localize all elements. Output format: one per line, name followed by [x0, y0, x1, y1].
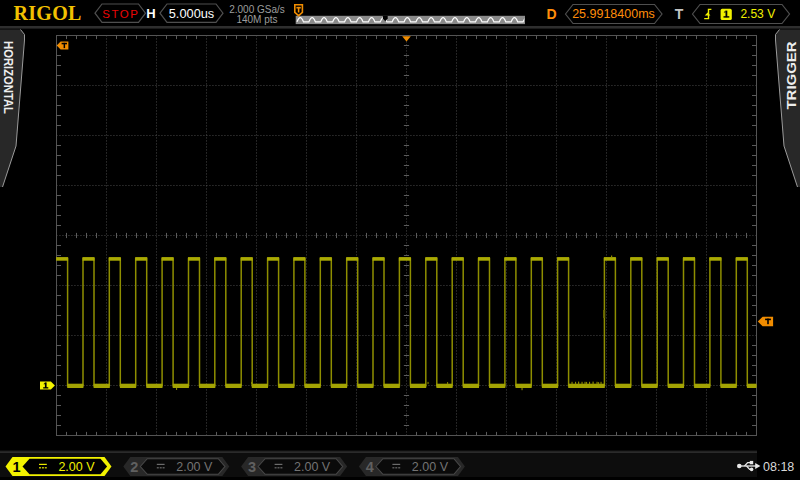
- svg-text:3: 3: [248, 459, 256, 475]
- svg-text:2: 2: [130, 459, 138, 475]
- svg-text:STOP: STOP: [102, 8, 139, 20]
- svg-text:2.00 V: 2.00 V: [176, 460, 213, 474]
- svg-text:5.000us: 5.000us: [169, 6, 215, 21]
- svg-text:140M pts: 140M pts: [236, 14, 277, 25]
- svg-text:RIGOL: RIGOL: [14, 2, 82, 24]
- svg-text:2.00 V: 2.00 V: [58, 460, 95, 474]
- svg-text:25.9918400ms: 25.9918400ms: [572, 7, 655, 21]
- svg-text:HORIZONTAL: HORIZONTAL: [1, 41, 16, 114]
- svg-text:2.53 V: 2.53 V: [740, 7, 775, 21]
- svg-text:TRIGGER: TRIGGER: [784, 41, 799, 109]
- svg-text:D: D: [547, 6, 557, 22]
- svg-text:1: 1: [12, 459, 20, 475]
- svg-text:2.00 V: 2.00 V: [412, 460, 449, 474]
- svg-text:T: T: [675, 6, 684, 22]
- svg-text:4: 4: [366, 459, 374, 475]
- svg-text:2.00 V: 2.00 V: [294, 460, 331, 474]
- svg-text:H: H: [146, 6, 155, 21]
- svg-text:08:18: 08:18: [763, 460, 794, 474]
